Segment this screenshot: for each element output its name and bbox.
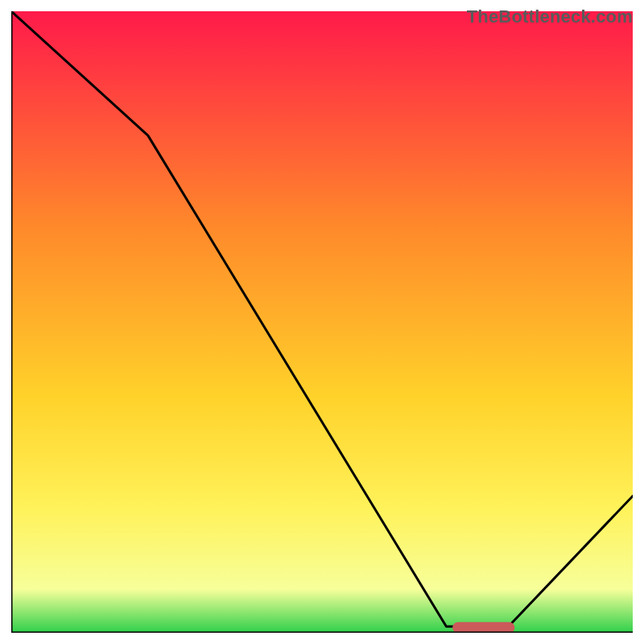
optimum-marker [452, 622, 514, 633]
chart-frame: TheBottleneck.com [0, 0, 644, 644]
plot-area: TheBottleneck.com [11, 11, 633, 633]
chart-svg [11, 11, 633, 633]
chart-background [11, 11, 633, 633]
